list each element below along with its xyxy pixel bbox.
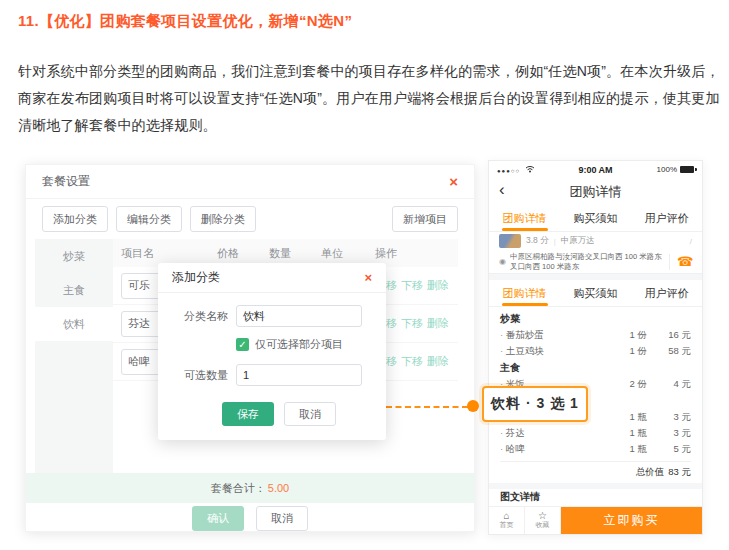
menu-total-row: 总价值 83 元 — [500, 461, 691, 483]
merchant-rating: 3.8 分 — [526, 235, 549, 247]
home-icon: ⌂ — [503, 511, 509, 521]
menu-item: 番茄炒蛋 1 份 16 元 — [500, 327, 691, 343]
callout-text: 饮料 · 3 选 1 — [491, 395, 579, 413]
sidebar-item-stirfry[interactable]: 炒菜 — [35, 239, 113, 273]
star-icon: ☆ — [538, 511, 547, 521]
col-header-name: 项目名 — [113, 246, 217, 261]
delete-link[interactable]: 删除 — [427, 316, 449, 331]
sidebar-filler — [35, 341, 113, 473]
buy-now-button[interactable]: 立即购买 — [561, 507, 702, 534]
delete-link[interactable]: 删除 — [427, 354, 449, 369]
menu-item: 芬达 1 瓶 3 元 — [500, 425, 691, 441]
merchant-address: 中原区桐柏路与汝河路交叉口向西 100 米路东叉口向西 100 米路东 — [510, 252, 662, 271]
divider — [669, 254, 670, 270]
col-header-unit: 单位 — [321, 246, 373, 261]
tab-purchase-notes[interactable]: 购买须知 — [560, 206, 631, 231]
checked-checkbox[interactable]: ✓ — [236, 338, 249, 351]
merchant-row[interactable]: 3.8 分 | 中原万达 / — [489, 232, 702, 251]
dialog-title: 套餐设置 — [42, 173, 90, 190]
package-total-bar: 套餐合计： 5.00 — [26, 473, 474, 503]
phone-call-icon[interactable]: ☎ — [677, 254, 693, 269]
menu-item: 哈啤 1 瓶 5 元 — [500, 441, 691, 457]
selectable-qty-input[interactable] — [236, 364, 362, 386]
total-value: 5.00 — [268, 482, 289, 494]
total-label: 套餐合计： — [211, 481, 266, 496]
tab-group-details[interactable]: 团购详情 — [489, 206, 560, 231]
phone-bottom-bar: ⌂ 首页 ☆ 收藏 立即购买 — [489, 506, 702, 534]
chevron-icon: / — [690, 237, 692, 246]
changelog-page: 11.【优化】团购套餐项目设置优化，新增“N选N” 针对系统中部分类型的团购商品… — [0, 0, 729, 550]
close-icon[interactable]: × — [364, 271, 372, 284]
merchant-thumbnail — [499, 234, 521, 248]
n-select-callout: 饮料 · 3 选 1 — [482, 386, 588, 422]
partial-select-label: 仅可选择部分项目 — [255, 337, 343, 352]
col-header-ops: 操作 — [373, 246, 458, 261]
selectable-qty-row: 可选数量 — [158, 364, 386, 386]
menu-total-label: 总价值 — [636, 466, 665, 479]
home-button[interactable]: ⌂ 首页 — [489, 507, 525, 534]
category-name-label: 分类名称 — [172, 309, 228, 324]
col-header-price: 价格 — [217, 246, 269, 261]
tab-bar-content: 团购详情 购买须知 用户评价 — [489, 280, 702, 307]
modal-header: 添加分类 × — [158, 263, 386, 293]
merchant-name: 中原万达 — [561, 235, 595, 247]
phone-preview: ●●●○○ 9:00 AM 100% ‹ 团购详情 团购详情 购买须知 用户评价 — [488, 160, 703, 535]
category-name-input[interactable] — [236, 305, 362, 327]
section-title: 11.【优化】团购套餐项目设置优化，新增“N选N” — [18, 12, 352, 31]
address-row: ◉ 中原区桐柏路与汝河路交叉口向西 100 米路东叉口向西 100 米路东 ☎ — [489, 251, 702, 274]
divider: | — [554, 237, 556, 246]
status-bar: ●●●○○ 9:00 AM 100% — [489, 161, 702, 179]
section-paragraph: 针对系统中部分类型的团购商品，我们注意到套餐中的项目存在多样化的需求，例如“任选… — [18, 58, 724, 139]
col-header-qty: 数量 — [269, 246, 321, 261]
partial-select-row: ✓ 仅可选择部分项目 — [236, 337, 386, 352]
favorite-button[interactable]: ☆ 收藏 — [525, 507, 561, 534]
connector-dashed-line — [386, 406, 468, 408]
category-name-row: 分类名称 — [158, 305, 386, 327]
cancel-button[interactable]: 取消 — [256, 506, 308, 531]
modal-actions: 保存 取消 — [222, 402, 386, 426]
menu-section-staple: 主食 — [500, 359, 691, 376]
tab-purchase-notes[interactable]: 购买须知 — [560, 280, 631, 306]
dialog-actions: 确认 取消 — [26, 503, 474, 533]
menu-section-stirfry: 炒菜 — [500, 310, 691, 327]
connector-dot — [467, 400, 479, 412]
menu-item: 土豆鸡块 1 份 58 元 — [500, 343, 691, 359]
close-icon[interactable]: × — [449, 174, 458, 189]
move-down-link[interactable]: 下移 — [401, 278, 423, 293]
add-category-modal: 添加分类 × 分类名称 ✓ 仅可选择部分项目 可选数量 保存 取消 — [158, 263, 386, 440]
back-chevron-icon[interactable]: ‹ — [499, 180, 505, 200]
detail-section-header: 图文详情 — [489, 489, 702, 506]
delete-link[interactable]: 删除 — [427, 278, 449, 293]
phone-page-title: 团购详情 — [570, 183, 622, 201]
move-down-link[interactable]: 下移 — [401, 316, 423, 331]
dialog-toolbar: 添加分类 编辑分类 删除分类 新增项目 — [26, 199, 474, 239]
move-down-link[interactable]: 下移 — [401, 354, 423, 369]
tab-group-details[interactable]: 团购详情 — [489, 280, 560, 306]
selectable-qty-label: 可选数量 — [172, 368, 228, 383]
tab-user-reviews[interactable]: 用户评价 — [631, 206, 702, 231]
modal-cancel-button[interactable]: 取消 — [284, 402, 336, 426]
tab-user-reviews[interactable]: 用户评价 — [631, 280, 702, 306]
category-sidebar: 炒菜 主食 饮料 — [35, 239, 113, 473]
battery-icon — [680, 166, 694, 173]
menu-total-value: 83 元 — [668, 466, 691, 479]
confirm-button[interactable]: 确认 — [192, 506, 244, 531]
battery-area: 100% — [654, 165, 694, 174]
dialog-header: 套餐设置 × — [26, 165, 474, 199]
new-item-button[interactable]: 新增项目 — [392, 206, 458, 232]
sidebar-item-staple[interactable]: 主食 — [35, 273, 113, 307]
save-button[interactable]: 保存 — [222, 402, 274, 426]
phone-navbar: ‹ 团购详情 — [489, 179, 702, 206]
sidebar-item-drinks[interactable]: 饮料 — [35, 307, 113, 341]
tab-bar-top: 团购详情 购买须知 用户评价 — [489, 206, 702, 232]
package-settings-dialog: 套餐设置 × 添加分类 编辑分类 删除分类 新增项目 炒菜 主食 饮料 项目名 … — [25, 164, 475, 532]
add-category-button[interactable]: 添加分类 — [42, 206, 108, 232]
edit-category-button[interactable]: 编辑分类 — [116, 206, 182, 232]
battery-percent: 100% — [657, 165, 677, 174]
location-pin-icon: ◉ — [499, 257, 506, 266]
delete-category-button[interactable]: 删除分类 — [190, 206, 256, 232]
modal-title: 添加分类 — [172, 269, 220, 286]
